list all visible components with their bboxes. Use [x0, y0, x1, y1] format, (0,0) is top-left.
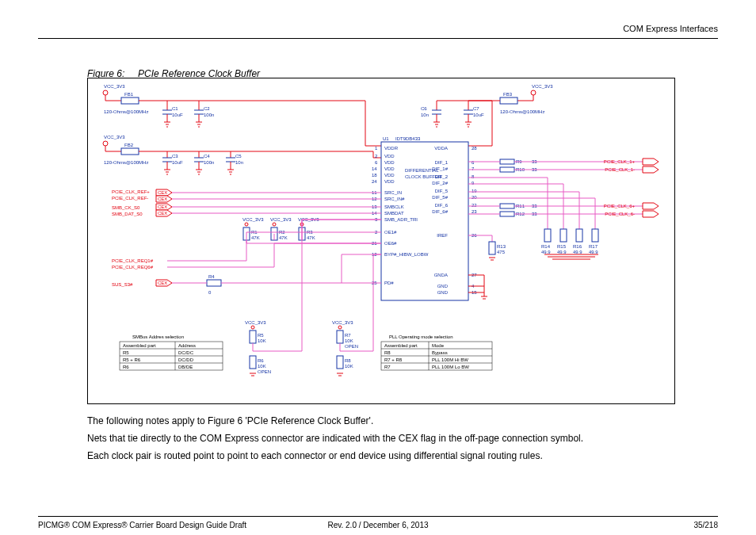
- svg-text:R7: R7: [384, 365, 391, 369]
- footer-left: PICMG® COM Express® Carrier Board Design…: [38, 521, 246, 529]
- c7-ref: C7: [473, 106, 479, 111]
- svg-text:47K: 47K: [307, 235, 315, 240]
- c1-val: 10uF: [172, 113, 183, 117]
- svg-text:DC/DD: DC/DD: [178, 357, 194, 362]
- footer-right: 35/218: [693, 521, 718, 529]
- svg-text:R16: R16: [573, 244, 582, 249]
- note-2: Nets that tie directly to the COM Expres…: [87, 431, 718, 446]
- svg-text:1: 1: [375, 146, 378, 151]
- svg-point-0: [103, 90, 108, 95]
- header-rule: [38, 38, 718, 39]
- svg-text:BYP#_HIBW_LOBW: BYP#_HIBW_LOBW: [384, 252, 429, 257]
- svg-text:CEX: CEX: [158, 197, 167, 201]
- footer-rule: [38, 516, 718, 517]
- svg-text:SRC_IN#: SRC_IN#: [384, 197, 405, 201]
- section-header: COM Express Interfaces: [623, 24, 718, 33]
- c3-val: 10uF: [172, 160, 183, 165]
- svg-text:CEX: CEX: [158, 211, 167, 216]
- note-3: Each clock pair is routed point to point…: [87, 449, 718, 464]
- c1-ref: C1: [172, 106, 178, 111]
- svg-point-141: [338, 326, 342, 329]
- c5-val: 10n: [235, 160, 243, 165]
- svg-text:PCIE_CLK_6-: PCIE_CLK_6-: [605, 212, 635, 216]
- svg-marker-114: [643, 203, 659, 209]
- rail-vcc-ml: VCC_3V3: [104, 135, 125, 139]
- svg-text:DIF_6: DIF_6: [435, 203, 449, 208]
- svg-text:PLL 100M Lo BW: PLL 100M Lo BW: [432, 365, 469, 369]
- svg-text:475: 475: [497, 250, 506, 254]
- svg-text:PCIE_CLK_1+: PCIE_CLK_1+: [604, 159, 636, 164]
- svg-text:PCIE_CLK_6+: PCIE_CLK_6+: [604, 204, 636, 208]
- svg-text:VDD: VDD: [384, 179, 395, 184]
- fb3-ref: FB3: [503, 92, 513, 97]
- svg-rect-137: [250, 356, 256, 369]
- svg-text:DIF_2#: DIF_2#: [432, 181, 448, 185]
- svg-text:6: 6: [472, 160, 475, 165]
- page: COM Express Interfaces Figure 6: PCIe Re…: [0, 0, 756, 535]
- svg-rect-118: [544, 229, 551, 242]
- svg-text:R6: R6: [258, 358, 264, 363]
- rail-vcc-r78: VCC_3V3: [332, 320, 353, 325]
- svg-text:49.9: 49.9: [541, 250, 551, 254]
- svg-text:VDD: VDD: [384, 173, 395, 178]
- svg-text:49.9: 49.9: [573, 250, 582, 254]
- svg-text:14: 14: [372, 166, 377, 171]
- fb3-spec: 120-Ohms@100MHz: [500, 109, 544, 114]
- svg-text:R8: R8: [384, 350, 391, 355]
- c2-val: 100n: [204, 113, 214, 117]
- ic-part: IDT9DB433: [395, 136, 421, 141]
- svg-text:DC/DC: DC/DC: [178, 350, 194, 355]
- c5-ref: C5: [235, 154, 242, 159]
- svg-text:Mode: Mode: [432, 343, 445, 348]
- c4-val: 100n: [204, 160, 214, 165]
- svg-text:VDD: VDD: [384, 166, 395, 171]
- c3-ref: C3: [172, 154, 178, 159]
- svg-text:PCIE_CLK_1-: PCIE_CLK_1-: [605, 167, 635, 172]
- rail-vcc-r56: VCC_3V3: [245, 320, 266, 325]
- svg-text:R5: R5: [258, 333, 264, 338]
- svg-text:9: 9: [472, 181, 475, 185]
- svg-text:10K: 10K: [345, 364, 353, 369]
- svg-text:VDD: VDD: [384, 160, 395, 165]
- svg-rect-121: [592, 229, 598, 242]
- fb2-spec: 120-Ohms@100MHz: [104, 160, 148, 165]
- smbus-table: SMBus Addres selection Assembled partAdd…: [120, 334, 223, 370]
- svg-text:PCIE_CLK_REF-: PCIE_CLK_REF-: [112, 196, 148, 201]
- svg-rect-120: [576, 229, 582, 242]
- svg-rect-98: [500, 159, 514, 164]
- svg-rect-108: [500, 204, 514, 208]
- svg-rect-5: [500, 97, 517, 104]
- svg-text:VDD: VDD: [384, 154, 395, 159]
- svg-text:OPEN: OPEN: [258, 369, 271, 374]
- svg-text:DIF_5: DIF_5: [435, 189, 449, 193]
- svg-rect-4: [121, 148, 139, 155]
- schematic-diagram: VCC_3V3 VCC_3V3 VCC_3V3 FB1 120-Ohms@100…: [87, 78, 675, 404]
- svg-text:CEX: CEX: [158, 281, 167, 285]
- svg-text:10K: 10K: [345, 338, 353, 343]
- svg-text:DIF_1#: DIF_1#: [432, 166, 448, 171]
- svg-text:R5 + R6: R5 + R6: [123, 357, 141, 362]
- svg-text:VDDA: VDDA: [434, 146, 448, 151]
- rail-vcc-tl: VCC_3V3: [104, 84, 125, 89]
- svg-rect-99: [500, 167, 514, 172]
- pll-table: PLL Operating mode selection Assembled p…: [381, 334, 492, 370]
- svg-text:10K: 10K: [258, 338, 266, 343]
- svg-text:Bypass: Bypass: [432, 350, 448, 355]
- svg-text:VCC_3V3: VCC_3V3: [242, 217, 264, 222]
- svg-text:49.9: 49.9: [589, 250, 598, 254]
- ic-pins-right: VDDA28 DIF_16 DIF_1#7 DIF_28 DIF_2#9 DIF…: [432, 146, 477, 295]
- c6-ref: C6: [421, 106, 427, 111]
- left-nets: PCIE_CLK_REF+ PCIE_CLK_REF- CEX CEX SMB_…: [112, 189, 381, 295]
- svg-rect-109: [500, 212, 514, 216]
- svg-text:49.9: 49.9: [557, 250, 567, 254]
- svg-text:6: 6: [375, 160, 378, 165]
- svg-text:DIF_5#: DIF_5#: [432, 195, 448, 200]
- schematic-svg: VCC_3V3 VCC_3V3 VCC_3V3 FB1 120-Ohms@100…: [88, 78, 674, 403]
- svg-point-133: [251, 326, 254, 329]
- svg-text:IREF: IREF: [437, 233, 448, 238]
- right-nets: R933 R1033 PCIE_CLK_1+ PCIE_CLK_1- R1133…: [468, 159, 659, 299]
- svg-text:R13: R13: [497, 244, 506, 249]
- svg-text:R6: R6: [123, 365, 129, 369]
- svg-text:SMBDAT: SMBDAT: [384, 211, 404, 216]
- svg-text:R8: R8: [345, 358, 351, 363]
